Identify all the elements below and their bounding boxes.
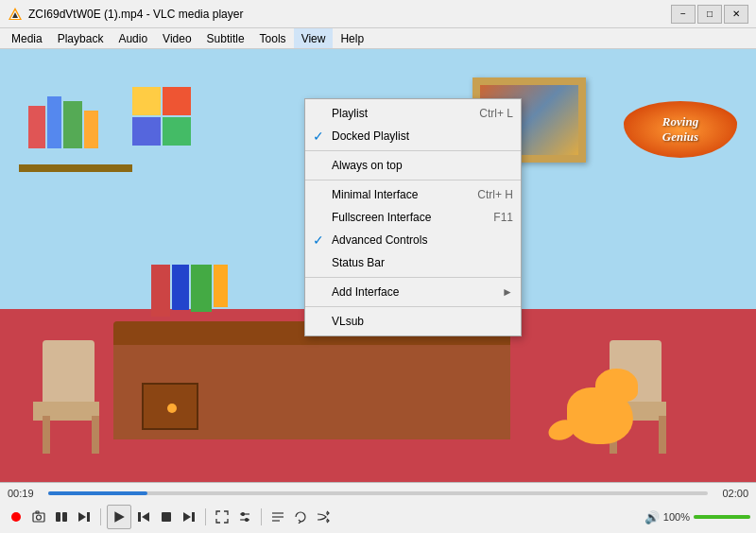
menu-item-vlsub[interactable]: VLsub — [305, 310, 521, 333]
fullscreen-icon — [215, 510, 229, 524]
stop-button[interactable] — [156, 507, 177, 527]
logo-line2: Genius — [662, 129, 698, 144]
svg-marker-12 — [142, 512, 149, 522]
screenshot-button[interactable] — [28, 507, 49, 527]
stop-icon — [160, 510, 173, 524]
svg-rect-11 — [138, 512, 141, 522]
svg-rect-9 — [87, 512, 90, 522]
time-current: 00:19 — [8, 488, 41, 499]
menu-tools[interactable]: Tools — [252, 28, 294, 48]
svg-marker-15 — [183, 512, 191, 522]
fullscreen-toggle-button[interactable] — [212, 507, 232, 527]
close-button[interactable]: ✕ — [724, 5, 748, 24]
menu-item-add-interface[interactable]: Add Interface ► — [305, 281, 521, 303]
previous-button[interactable] — [133, 507, 154, 527]
color-block-2 — [163, 87, 191, 115]
menu-item-minimal-interface[interactable]: Minimal Interface Ctrl+ H — [305, 183, 521, 206]
advanced-controls-label: Advanced Controls — [332, 233, 513, 247]
svg-rect-7 — [62, 512, 67, 522]
desk-body — [113, 345, 510, 439]
menu-item-status-bar[interactable]: Status Bar — [305, 251, 521, 274]
docked-playlist-check: ✓ — [313, 129, 332, 144]
dino-head — [595, 369, 638, 402]
always-on-top-label: Always on top — [332, 159, 513, 172]
step-forward-button[interactable] — [74, 507, 94, 527]
frame-button[interactable] — [51, 507, 72, 527]
view-dropdown-menu: Playlist Ctrl+ L ✓ Docked Playlist Alway… — [304, 98, 522, 336]
video-area: Roving Genius — [0, 49, 756, 482]
svg-rect-14 — [192, 512, 195, 522]
desk-book-2 — [172, 265, 189, 310]
status-bar-label: Status Bar — [332, 256, 513, 269]
volume-icon: 🔊 — [644, 510, 660, 524]
separator-v3 — [261, 508, 262, 525]
maximize-button[interactable]: □ — [697, 5, 722, 24]
separator-3 — [305, 277, 521, 278]
menu-audio[interactable]: Audio — [111, 28, 155, 48]
shelf — [19, 164, 132, 172]
progress-area: 00:19 02:00 — [0, 483, 756, 502]
svg-point-18 — [242, 513, 245, 516]
minimal-interface-label: Minimal Interface — [332, 188, 458, 201]
next-icon — [182, 510, 196, 524]
shelf-area — [19, 77, 132, 172]
logo-text: Roving Genius — [662, 114, 698, 144]
buttons-row: 🔊 100% — [0, 502, 756, 533]
shuffle-button[interactable] — [313, 507, 334, 527]
progress-fill — [48, 491, 147, 495]
desk-book-4 — [214, 265, 228, 307]
separator-2 — [305, 180, 521, 181]
camera-icon — [32, 510, 45, 524]
playlist-label: Playlist — [332, 107, 460, 120]
desk-book-1 — [151, 265, 170, 317]
menu-media[interactable]: Media — [4, 28, 50, 48]
playlist-toggle-button[interactable] — [267, 507, 288, 527]
desk-knob — [167, 404, 177, 413]
next-button[interactable] — [179, 507, 199, 527]
menu-video[interactable]: Video — [155, 28, 198, 48]
minimal-interface-shortcut: Ctrl+ H — [477, 188, 513, 201]
volume-bar[interactable] — [694, 515, 750, 519]
menu-help[interactable]: Help — [333, 28, 371, 48]
separator-4 — [305, 306, 521, 307]
menu-item-advanced-controls[interactable]: ✓ Advanced Controls — [305, 229, 521, 251]
record-button[interactable] — [6, 507, 26, 527]
menu-item-docked-playlist[interactable]: ✓ Docked Playlist — [305, 125, 521, 147]
sliders-icon — [238, 510, 251, 524]
frame-icon — [55, 510, 68, 524]
volume-percent: 100% — [663, 511, 690, 523]
dinosaur — [548, 359, 662, 454]
chair-left-leg1 — [43, 416, 50, 454]
menu-subtitle[interactable]: Subtitle — [199, 28, 252, 48]
add-interface-arrow: ► — [502, 285, 513, 299]
minimize-button[interactable]: − — [671, 5, 696, 24]
playlist-shortcut: Ctrl+ L — [479, 107, 513, 120]
desk-book-3 — [191, 265, 212, 312]
logo-line1: Roving — [662, 114, 698, 129]
play-button[interactable] — [107, 505, 131, 529]
extended-settings-button[interactable] — [234, 507, 255, 527]
menu-item-fullscreen-interface[interactable]: Fullscreen Interface F11 — [305, 206, 521, 229]
chair-left-leg2 — [92, 416, 99, 454]
shuffle-icon — [317, 510, 330, 524]
loop-button[interactable] — [290, 507, 311, 527]
menu-item-always-on-top[interactable]: Always on top — [305, 154, 521, 177]
controls-area: 00:19 02:00 — [0, 482, 756, 533]
menu-item-playlist[interactable]: Playlist Ctrl+ L — [305, 102, 521, 125]
chair-left — [28, 340, 113, 454]
menu-playback[interactable]: Playback — [50, 28, 112, 48]
desk-books — [151, 265, 228, 317]
previous-icon — [137, 510, 150, 524]
menu-view[interactable]: View — [294, 28, 334, 48]
loop-icon — [294, 510, 307, 524]
docked-playlist-label: Docked Playlist — [332, 129, 513, 143]
vlsub-label: VLsub — [332, 315, 513, 328]
svg-marker-8 — [78, 512, 86, 522]
title-bar: ZCI69dVtW0E (1).mp4 - VLC media player −… — [0, 0, 756, 28]
svg-rect-13 — [162, 512, 171, 522]
color-block-4 — [163, 117, 191, 146]
fullscreen-interface-shortcut: F11 — [493, 211, 513, 224]
record-icon — [11, 512, 21, 522]
progress-track[interactable] — [48, 491, 708, 495]
svg-marker-10 — [114, 512, 124, 524]
